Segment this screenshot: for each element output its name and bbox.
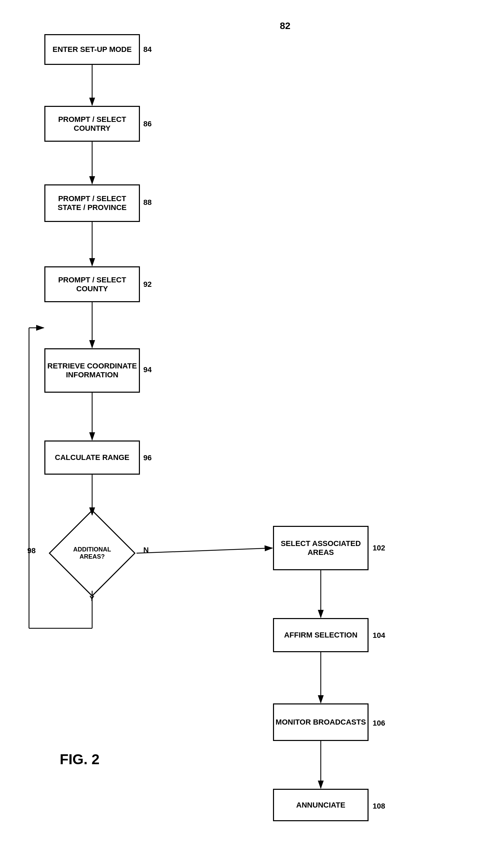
ref-prompt-county: 92	[143, 280, 152, 289]
svg-line-7	[136, 548, 272, 553]
box-affirm-selection: AFFIRM SELECTION	[273, 618, 369, 652]
y-label: Y	[89, 594, 95, 603]
box-monitor-broadcasts: MONITOR BROADCASTS	[273, 703, 369, 741]
diamond-additional-areas: ADDITIONAL AREAS?	[48, 516, 136, 591]
ref-enter-setup: 84	[143, 45, 152, 54]
ref-affirm-selection: 104	[373, 631, 385, 640]
box-prompt-county: PROMPT / SELECT COUNTY	[44, 266, 140, 302]
box-calculate-range: CALCULATE RANGE	[44, 440, 140, 475]
box-annunciate: ANNUNCIATE	[273, 789, 369, 821]
ref-select-areas: 102	[373, 544, 385, 552]
n-label: N	[143, 546, 149, 555]
box-enter-setup: ENTER SET-UP MODE	[44, 34, 140, 65]
flowchart-diagram: 82 ENTER SET-UP MODE 84 PROMPT / SELECT …	[0, 0, 489, 868]
ref-additional-areas: 98	[27, 546, 35, 555]
box-retrieve-coord: RETRIEVE COORDINATE INFORMATION	[44, 348, 140, 393]
ref-retrieve-coord: 94	[143, 365, 152, 374]
box-prompt-country: PROMPT / SELECT COUNTRY	[44, 106, 140, 142]
ref-annunciate: 108	[373, 802, 385, 811]
diagram-title: 82	[280, 20, 290, 31]
fig-label: FIG. 2	[60, 751, 100, 768]
ref-calculate-range: 96	[143, 453, 152, 462]
ref-prompt-state: 88	[143, 198, 152, 207]
ref-prompt-country: 86	[143, 120, 152, 128]
box-prompt-state: PROMPT / SELECT STATE / PROVINCE	[44, 184, 140, 222]
ref-monitor-broadcasts: 106	[373, 719, 385, 728]
box-select-areas: SELECT ASSOCIATED AREAS	[273, 526, 369, 570]
